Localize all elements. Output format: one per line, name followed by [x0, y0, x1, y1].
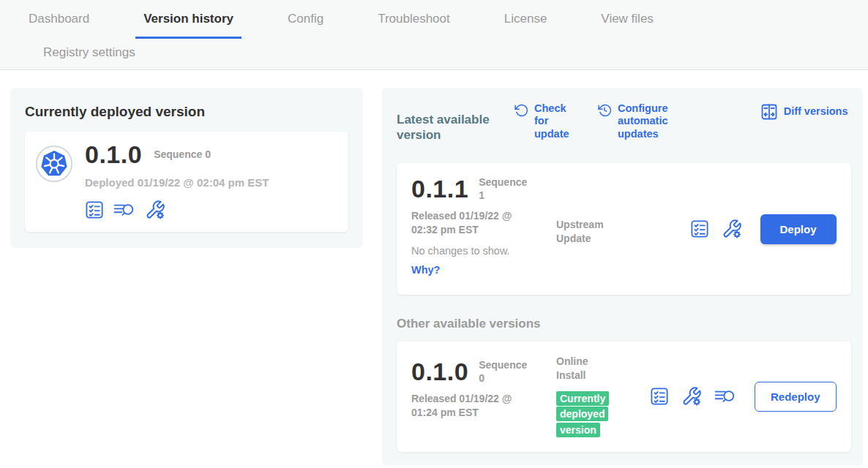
kubernetes-logo-icon [35, 145, 73, 220]
no-changes-text: No changes to show. [411, 245, 556, 257]
latest-version-header: Latest available version Check for updat… [397, 101, 851, 153]
tab-view-files[interactable]: View files [593, 12, 662, 39]
main-content: Currently deployed version [0, 70, 868, 465]
refresh-icon [514, 103, 528, 118]
other-version-number: 0.1.0 [411, 359, 468, 385]
version-actions: Check for update Configure automatic upd… [514, 102, 848, 140]
nav-row-secondary: Registry settings [13, 39, 868, 69]
tab-version-history[interactable]: Version history [135, 12, 242, 39]
tab-troubleshoot[interactable]: Troubleshoot [370, 12, 458, 39]
deployed-timestamp: Deployed 01/19/22 @ 02:04 pm EST [85, 176, 269, 189]
preflight-checklist-icon[interactable] [690, 219, 709, 238]
other-version-info: 0.1.0 Sequence 0 Released 01/19/22 @ 01:… [411, 359, 556, 439]
tab-config[interactable]: Config [280, 12, 332, 39]
preflight-checklist-icon[interactable] [85, 200, 104, 219]
other-card-actions: Redeploy [650, 382, 837, 412]
deployed-sequence-label: Sequence 0 [154, 148, 211, 162]
latest-version-title: Latest available version [397, 113, 493, 143]
other-versions-title: Other available versions [397, 317, 851, 331]
latest-version-row: 0.1.1 Sequence 1 [411, 176, 556, 203]
currently-deployed-badge: Currently deployed version [556, 391, 609, 437]
tab-license[interactable]: License [496, 12, 555, 39]
latest-sequence-label: Sequence 1 [479, 176, 525, 202]
deployed-version-details: 0.1.0 Sequence 0 Deployed 01/19/22 @ 02:… [85, 142, 269, 220]
deployed-version-row: 0.1.0 Sequence 0 [85, 142, 269, 168]
latest-version-card: 0.1.1 Sequence 1 Released 01/19/22 @ 02:… [397, 163, 851, 295]
nav-row-primary: Dashboard Version history Config Trouble… [13, 12, 868, 39]
diff-versions-icon [760, 103, 778, 121]
other-sequence-label: Sequence 0 [479, 359, 525, 385]
check-for-update-label: Check for update [534, 102, 569, 140]
other-released-timestamp: Released 01/19/22 @ 01:24 pm EST [411, 392, 532, 420]
other-version-card: 0.1.0 Sequence 0 Released 01/19/22 @ 01:… [397, 341, 851, 452]
latest-version-info: 0.1.1 Sequence 1 Released 01/19/22 @ 02:… [411, 176, 556, 282]
top-navigation: Dashboard Version history Config Trouble… [0, 0, 868, 70]
latest-version-number: 0.1.1 [411, 176, 468, 203]
other-version-row: 0.1.0 Sequence 0 [411, 359, 556, 385]
check-for-update-link[interactable]: Check for update [514, 102, 568, 140]
why-link[interactable]: Why? [411, 264, 440, 276]
tab-dashboard[interactable]: Dashboard [20, 12, 97, 39]
currently-deployed-panel: Currently deployed version [10, 88, 363, 248]
latest-source-column: Upstream Update [556, 218, 650, 282]
diff-versions-label: Diff versions [784, 105, 848, 118]
deployed-icon-row [85, 200, 269, 220]
diff-versions-link[interactable]: Diff versions [760, 102, 848, 121]
deployed-version-number: 0.1.0 [85, 142, 142, 168]
edit-config-wrench-icon[interactable] [681, 386, 702, 407]
auto-update-clock-icon [597, 103, 612, 118]
currently-deployed-title: Currently deployed version [25, 104, 348, 120]
deploy-logs-icon[interactable] [113, 200, 135, 219]
deploy-button[interactable]: Deploy [760, 214, 837, 244]
redeploy-button[interactable]: Redeploy [755, 382, 837, 412]
currently-deployed-badge-wrap: Currently deployed version [556, 391, 621, 439]
latest-card-actions: Deploy [650, 214, 837, 244]
configure-auto-updates-link[interactable]: Configure automatic updates [597, 102, 697, 140]
tab-registry-settings[interactable]: Registry settings [35, 45, 143, 60]
currently-deployed-card: 0.1.0 Sequence 0 Deployed 01/19/22 @ 02:… [25, 132, 348, 232]
other-source-label: Online Install [556, 355, 615, 382]
latest-source-label: Upstream Update [556, 218, 615, 246]
latest-released-timestamp: Released 01/19/22 @ 02:32 pm EST [411, 209, 532, 237]
edit-config-wrench-icon[interactable] [722, 219, 742, 239]
other-source-column: Online Install Currently deployed versio… [556, 355, 650, 439]
deploy-logs-icon[interactable] [714, 387, 736, 406]
edit-config-wrench-icon[interactable] [145, 200, 165, 220]
preflight-checklist-icon[interactable] [650, 387, 669, 406]
available-versions-panel: Latest available version Check for updat… [382, 88, 863, 465]
configure-auto-updates-label: Configure automatic updates [618, 102, 697, 140]
